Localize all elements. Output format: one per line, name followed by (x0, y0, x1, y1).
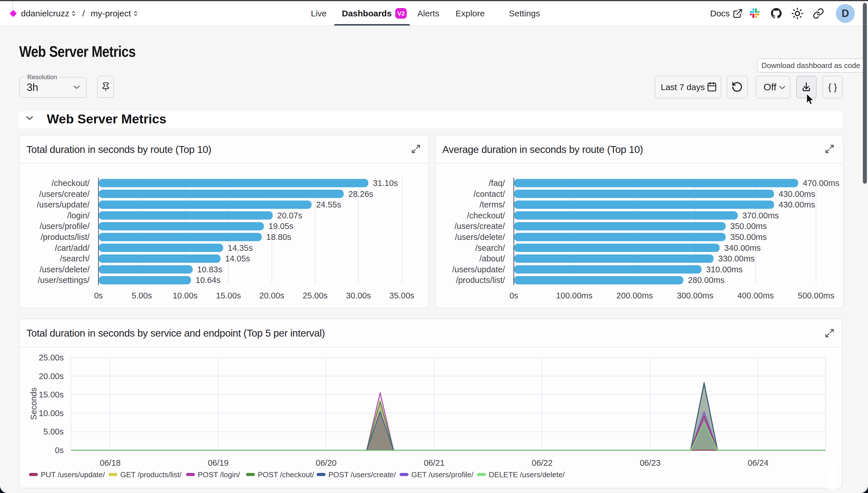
svg-text:/products/list/: /products/list/ (456, 276, 505, 285)
svg-text:430.00ms: 430.00ms (779, 189, 815, 198)
svg-text:/users/create/: /users/create/ (454, 221, 505, 231)
svg-text:DELETE /users/delete/: DELETE /users/delete/ (489, 470, 565, 479)
svg-text:20.00s: 20.00s (259, 291, 284, 300)
svg-text:10.83s: 10.83s (197, 265, 222, 274)
svg-text:/search/: /search/ (60, 254, 90, 263)
svg-text:5.00s: 5.00s (43, 427, 64, 436)
svg-text:06/21: 06/21 (424, 458, 445, 468)
svg-text:14.05s: 14.05s (225, 254, 250, 263)
svg-text:340.00ms: 340.00ms (724, 243, 761, 253)
svg-text:06/19: 06/19 (208, 458, 229, 468)
svg-text:18.80s: 18.80s (267, 232, 291, 242)
svg-text:15.00s: 15.00s (39, 390, 64, 399)
svg-text:06/23: 06/23 (640, 458, 661, 468)
svg-text:24.55s: 24.55s (316, 200, 341, 209)
svg-text:400.00ms: 400.00ms (737, 291, 774, 300)
svg-text:19.05s: 19.05s (268, 221, 293, 231)
svg-text:350.00ms: 350.00ms (730, 232, 767, 242)
svg-text:/terms/: /terms/ (479, 200, 505, 209)
svg-text:/checkout/: /checkout/ (467, 211, 505, 220)
svg-text:/search/: /search/ (475, 243, 505, 253)
svg-text:/cart/add/: /cart/add/ (55, 243, 90, 253)
svg-text:5.00s: 5.00s (132, 291, 152, 300)
svg-text:POST /login/: POST /login/ (198, 470, 240, 479)
svg-text:/login/: /login/ (67, 211, 90, 220)
svg-text:/users/create/: /users/create/ (39, 189, 90, 198)
svg-text:20.07s: 20.07s (277, 211, 302, 220)
svg-text:/products/list/: /products/list/ (41, 232, 90, 242)
svg-text:31.10s: 31.10s (373, 178, 398, 188)
svg-text:0s: 0s (94, 291, 103, 300)
svg-text:10.00s: 10.00s (39, 409, 64, 418)
svg-text:0s: 0s (55, 446, 64, 455)
svg-text:430.00ms: 430.00ms (779, 200, 815, 209)
svg-text:10.64s: 10.64s (195, 276, 220, 285)
svg-text:100.00ms: 100.00ms (556, 291, 592, 300)
svg-text:200.00ms: 200.00ms (617, 291, 653, 300)
svg-text:35.00s: 35.00s (389, 291, 414, 300)
svg-text:20.00s: 20.00s (39, 372, 64, 381)
svg-text:28.26s: 28.26s (348, 189, 374, 198)
svg-text:370.00ms: 370.00ms (742, 211, 779, 220)
svg-text:/users/delete/: /users/delete/ (40, 265, 90, 274)
svg-text:30.00s: 30.00s (346, 291, 371, 300)
svg-text:/about/: /about/ (479, 254, 505, 263)
svg-text:300.00ms: 300.00ms (677, 291, 713, 300)
svg-text:500.00ms: 500.00ms (798, 291, 834, 300)
svg-text:POST /checkout/: POST /checkout/ (258, 470, 314, 479)
svg-text:Seconds: Seconds (29, 388, 38, 420)
svg-text:/users/update/: /users/update/ (452, 265, 505, 274)
svg-text:280.00ms: 280.00ms (688, 276, 724, 285)
svg-text:06/22: 06/22 (532, 458, 553, 468)
svg-text:/users/profile/: /users/profile/ (40, 221, 90, 231)
svg-text:GET /products/list/: GET /products/list/ (120, 470, 182, 479)
svg-text:14.35s: 14.35s (228, 243, 253, 253)
svg-text:15.00s: 15.00s (216, 291, 241, 300)
svg-text:06/24: 06/24 (748, 458, 769, 468)
svg-text:/contact/: /contact/ (473, 189, 505, 198)
svg-text:0s: 0s (509, 291, 518, 300)
svg-text:GET /users/profile/: GET /users/profile/ (411, 470, 473, 479)
svg-text:350.00ms: 350.00ms (730, 221, 767, 231)
svg-text:06/18: 06/18 (100, 458, 121, 468)
svg-text:330.00ms: 330.00ms (718, 254, 755, 263)
svg-text:/users/update/: /users/update/ (37, 200, 90, 209)
svg-text:25.00s: 25.00s (39, 353, 64, 362)
svg-text:470.00ms: 470.00ms (803, 178, 839, 188)
svg-text:/checkout/: /checkout/ (52, 178, 90, 188)
svg-text:/user/settings/: /user/settings/ (38, 276, 89, 285)
svg-text:/faq/: /faq/ (489, 178, 505, 188)
svg-text:PUT /users/update/: PUT /users/update/ (41, 470, 105, 479)
svg-text:25.00s: 25.00s (302, 291, 327, 300)
svg-text:POST /users/create/: POST /users/create/ (329, 470, 396, 479)
svg-text:/users/delete/: /users/delete/ (455, 232, 505, 242)
svg-text:10.00s: 10.00s (172, 291, 197, 300)
svg-text:06/20: 06/20 (316, 458, 337, 468)
svg-text:310.00ms: 310.00ms (706, 265, 743, 274)
